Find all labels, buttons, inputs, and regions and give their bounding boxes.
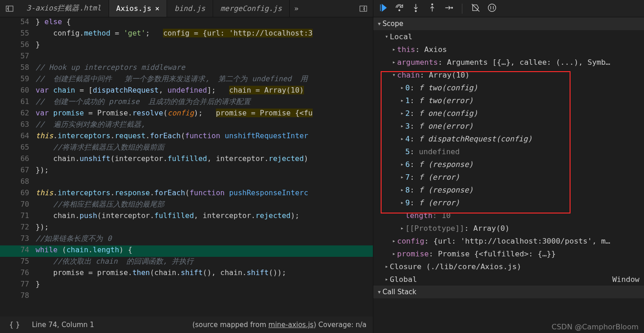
callstack-section-header[interactable]: Call Stack bbox=[373, 286, 644, 298]
line-text: //依次取出 chain 的回调函数, 并执行 bbox=[36, 257, 373, 268]
svg-point-2 bbox=[399, 10, 400, 11]
line-number: 57 bbox=[0, 52, 36, 63]
tab-file-3[interactable]: mergeConfig.js bbox=[213, 0, 290, 17]
scope-chain-item[interactable]: 9: f (error) bbox=[373, 196, 644, 209]
code-line[interactable]: 64this.interceptors.request.forEach(func… bbox=[0, 131, 373, 143]
code-line[interactable]: 55 config.method = 'get'; config = {url:… bbox=[0, 29, 373, 40]
code-line[interactable]: 61// 创建一个成功的 promise 且成功的值为合并后的请求配置 bbox=[0, 97, 373, 109]
line-text: }); bbox=[36, 166, 373, 177]
line-number: 68 bbox=[0, 177, 36, 188]
source-map-info: (source mapped from mine-axios.js) Cover… bbox=[193, 321, 367, 329]
code-line[interactable]: 65 //将请求拦截器压入数组的最前面 bbox=[0, 143, 373, 154]
code-area[interactable]: 54} else {55 config.method = 'get'; conf… bbox=[0, 17, 373, 317]
pause-on-exceptions-button[interactable] bbox=[487, 3, 497, 15]
line-number: 76 bbox=[0, 268, 36, 280]
line-text bbox=[36, 52, 373, 63]
line-number: 70 bbox=[0, 200, 36, 211]
line-text: // 创建一个成功的 promise 且成功的值为合并后的请求配置 bbox=[36, 97, 373, 109]
code-line[interactable]: 68 bbox=[0, 177, 373, 188]
code-line[interactable]: 70 //将相应拦截器压入数组的最尾部 bbox=[0, 200, 373, 211]
scope-chain-item[interactable]: 7: f (error) bbox=[373, 171, 644, 183]
editor-tabs: 3-axios拦截器.html Axios.js× bind.js mergeC… bbox=[0, 0, 373, 17]
code-line[interactable]: 66 chain.unshift(interceptor.fulfilled, … bbox=[0, 154, 373, 166]
code-line[interactable]: 62var promise = Promise.resolve(config);… bbox=[0, 109, 373, 120]
code-line[interactable]: 54} else { bbox=[0, 17, 373, 29]
line-number: 54 bbox=[0, 17, 36, 29]
resume-button[interactable] bbox=[378, 3, 388, 15]
tabs-overflow-button[interactable]: » bbox=[290, 0, 304, 17]
scope-chain-item[interactable]: 8: f (response) bbox=[373, 183, 644, 196]
code-line[interactable]: 69this.interceptors.response.forEach(fun… bbox=[0, 188, 373, 200]
scope-config[interactable]: config: {url: 'http://localhost:3000/pos… bbox=[373, 234, 644, 247]
code-line[interactable]: 60var chain = [dispatchRequest, undefine… bbox=[0, 86, 373, 97]
svg-point-5 bbox=[451, 7, 453, 8]
code-line[interactable]: 63// 遍历实例对象的请求拦截器, bbox=[0, 120, 373, 131]
code-line[interactable]: 74while (chain.length) { bbox=[0, 245, 373, 257]
line-text: } else { bbox=[36, 17, 373, 29]
scope-arguments[interactable]: arguments: Arguments [{…}, callee: (...)… bbox=[373, 56, 644, 68]
code-line[interactable]: 58// Hook up interceptors middleware bbox=[0, 63, 373, 74]
scope-local[interactable]: Local bbox=[373, 30, 644, 43]
svg-point-6 bbox=[488, 4, 496, 11]
scope-chain-length[interactable]: length: 10 bbox=[373, 209, 644, 222]
code-line[interactable]: 75 //依次取出 chain 的回调函数, 并执行 bbox=[0, 257, 373, 268]
step-into-button[interactable] bbox=[411, 3, 421, 15]
line-number: 59 bbox=[0, 74, 36, 86]
tab-label: Axios.js bbox=[116, 4, 152, 13]
close-icon[interactable]: × bbox=[155, 4, 160, 13]
line-text: } bbox=[36, 280, 373, 291]
tab-file-2[interactable]: bind.js bbox=[167, 0, 213, 17]
line-number: 67 bbox=[0, 166, 36, 177]
scope-chain-item[interactable]: 2: f one(config) bbox=[373, 107, 644, 120]
scope-chain-item[interactable]: 1: f two(error) bbox=[373, 94, 644, 107]
code-line[interactable]: 72}); bbox=[0, 223, 373, 234]
tab-label: mergeConfig.js bbox=[220, 4, 282, 13]
tab-file-0[interactable]: 3-axios拦截器.html bbox=[19, 0, 109, 17]
code-line[interactable]: 57 bbox=[0, 52, 373, 63]
sidebar-toggle-button[interactable] bbox=[0, 0, 19, 17]
scope-chain-item[interactable]: 3: f one(error) bbox=[373, 120, 644, 132]
line-text: this.interceptors.request.forEach(functi… bbox=[36, 131, 373, 143]
code-line[interactable]: 59// 创建拦截器中间件 第一个参数用来发送请求, 第二个为 undefine… bbox=[0, 74, 373, 86]
line-number: 69 bbox=[0, 188, 36, 200]
deactivate-breakpoints-button[interactable] bbox=[471, 3, 481, 15]
scope-chain-item[interactable]: 6: f (response) bbox=[373, 158, 644, 171]
source-map-link[interactable]: mine-axios.js bbox=[268, 321, 314, 329]
scope-chain-item[interactable]: 4: f dispatchRequest(config) bbox=[373, 132, 644, 145]
line-number: 56 bbox=[0, 40, 36, 52]
svg-point-4 bbox=[432, 4, 433, 5]
scope-promise[interactable]: promise: Promise {<fulfilled>: {…}} bbox=[373, 247, 644, 260]
tab-file-1[interactable]: Axios.js× bbox=[109, 0, 168, 17]
line-number: 73 bbox=[0, 234, 36, 245]
scope-global[interactable]: GlobalWindow bbox=[373, 273, 644, 286]
code-line[interactable]: 67}); bbox=[0, 166, 373, 177]
scope-chain-prototype[interactable]: [[Prototype]]: Array(0) bbox=[373, 222, 644, 234]
scope-chain-item[interactable]: 0: f two(config) bbox=[373, 81, 644, 94]
line-text: while (chain.length) { bbox=[36, 245, 373, 257]
step-out-button[interactable] bbox=[427, 3, 437, 15]
scope-this[interactable]: this: Axios bbox=[373, 43, 644, 56]
line-text: }); bbox=[36, 223, 373, 234]
line-number: 77 bbox=[0, 280, 36, 291]
scope-chain-item[interactable]: 5: undefined bbox=[373, 145, 644, 158]
line-number: 75 bbox=[0, 257, 36, 268]
line-number: 78 bbox=[0, 291, 36, 302]
step-over-button[interactable] bbox=[394, 3, 404, 15]
tab-label: bind.js bbox=[174, 4, 205, 13]
step-button[interactable] bbox=[444, 3, 454, 15]
code-line[interactable]: 78 bbox=[0, 291, 373, 302]
code-line[interactable]: 76 promise = promise.then(chain.shift(),… bbox=[0, 268, 373, 280]
scope-chain[interactable]: chain: Array(10) bbox=[373, 68, 644, 81]
cursor-position: Line 74, Column 1 bbox=[32, 321, 94, 329]
scope-closure[interactable]: Closure (./lib/core/Axios.js) bbox=[373, 260, 644, 273]
scope-section-header[interactable]: Scope bbox=[373, 17, 644, 30]
line-number: 64 bbox=[0, 131, 36, 143]
line-text: promise = promise.then(chain.shift(), ch… bbox=[36, 268, 373, 280]
code-line[interactable]: 71 chain.push(interceptor.fulfilled, int… bbox=[0, 211, 373, 223]
debugger-body: Scope Local this: Axios arguments: Argum… bbox=[373, 17, 644, 333]
code-line[interactable]: 77} bbox=[0, 280, 373, 291]
code-line[interactable]: 56} bbox=[0, 40, 373, 52]
code-line[interactable]: 73//如果链条长度不为 0 bbox=[0, 234, 373, 245]
line-text: config.method = 'get'; config = {url: 'h… bbox=[36, 29, 373, 40]
more-options-button[interactable] bbox=[354, 0, 373, 17]
